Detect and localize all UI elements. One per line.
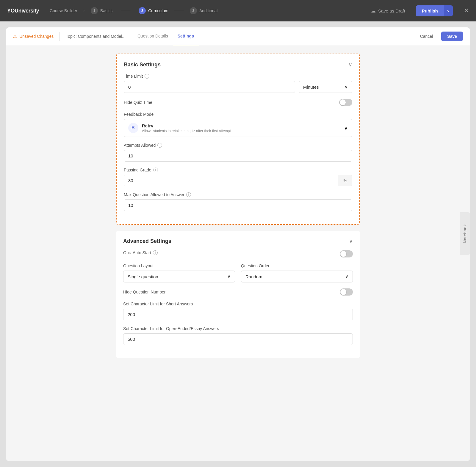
step1-number: 1 [91,7,98,14]
passing-grade-info-icon[interactable]: i [153,168,158,172]
question-order-select[interactable]: Random ∨ [241,271,353,282]
order-chevron-icon: ∨ [345,274,348,279]
toggle-knob [340,99,346,105]
cancel-button[interactable]: Cancel [415,32,438,41]
settings-container: Basic Settings ∨ Time Limit i Minutes [116,54,360,364]
passing-grade-input[interactable] [124,175,339,186]
step1-label: Basics [100,8,112,13]
char-limit-short-input[interactable] [123,309,353,320]
feedback-info: Retry Allows students to retake the quiz… [142,123,231,133]
feedback-mode-dropdown[interactable]: 👁 Retry Allows students to retake the qu… [124,119,352,137]
tab-settings-label: Settings [178,34,194,38]
notebook-tab[interactable]: Notebook [460,212,470,255]
char-limit-essay-label: Set Character Limit for Open-Ended/Essay… [123,326,353,331]
advanced-settings-title: Advanced Settings [123,238,171,244]
max-question-group: Max Question Allowed to Answer i [124,192,352,211]
basic-settings-chevron-icon[interactable]: ∨ [348,61,352,68]
question-layout-select[interactable]: Single question ∨ [123,271,235,282]
feedback-dropdown-left: 👁 Retry Allows students to retake the qu… [128,123,231,133]
question-layout-order-row: Question Layout Single question ∨ Questi… [123,263,353,288]
time-limit-group: Time Limit i Minutes ∨ [124,74,352,93]
question-order-label: Question Order [241,263,353,268]
attempts-allowed-label: Attempts Allowed i [124,143,352,148]
nav-step-curriculum[interactable]: 2 Curriculum [139,7,168,14]
char-limit-essay-input[interactable] [123,333,353,345]
question-layout-group: Question Layout Single question ∨ [123,263,235,282]
eye-icon: 👁 [128,123,138,133]
save-draft-button[interactable]: ☁ Save as Draft [366,6,410,16]
feedback-mode-title: Retry [142,123,231,128]
char-limit-essay-group: Set Character Limit for Open-Ended/Essay… [123,326,353,345]
advanced-settings-header: Advanced Settings ∨ [123,238,353,244]
publish-chevron-button[interactable]: ∨ [444,5,453,16]
max-question-info-icon[interactable]: i [186,192,191,197]
basic-settings-title: Basic Settings [124,62,161,68]
advanced-settings-section: Advanced Settings ∨ Quiz Auto Start i [116,231,360,358]
toggle-knob-2 [340,251,346,257]
time-limit-info-icon[interactable]: i [145,74,149,79]
feedback-mode-label: Feedback Mode [124,112,352,117]
toggle-knob-3 [340,289,346,295]
passing-grade-label: Passing Grade i [124,168,352,172]
editor-panel: ⚠ Unsaved Changes Topic: Components and … [6,27,470,461]
save-label: Save [447,34,457,39]
hide-question-number-row: Hide Question Number [123,288,353,296]
time-unit-value: Minutes [303,85,319,90]
hide-quiz-time-toggle[interactable] [339,99,352,106]
max-question-label: Max Question Allowed to Answer i [124,192,352,197]
unsaved-badge: ⚠ Unsaved Changes [13,34,54,39]
logo: YOUniversity [7,8,39,14]
publish-group: Publish ∨ [416,5,453,16]
passing-grade-suffix: % [339,175,352,186]
feedback-chevron-icon: ∨ [344,125,348,131]
tab-question-details[interactable]: Question Details [133,27,173,45]
question-layout-label: Question Layout [123,263,235,268]
publish-button[interactable]: Publish [416,5,444,16]
cancel-label: Cancel [420,34,433,39]
save-button[interactable]: Save [441,32,463,41]
publish-label: Publish [422,8,438,13]
quiz-auto-start-toggle[interactable] [340,250,353,257]
header-right: Cancel Save [199,32,463,41]
close-button[interactable]: ✕ [464,7,469,15]
passing-grade-input-group: % [124,175,352,186]
time-unit-select[interactable]: Minutes ∨ [299,81,352,93]
quiz-auto-start-label: Quiz Auto Start i [123,250,158,255]
attempts-allowed-group: Attempts Allowed i [124,143,352,162]
nav-step-additional[interactable]: 3 Additional [190,7,218,14]
hide-question-number-label: Hide Question Number [123,290,165,294]
tab-settings[interactable]: Settings [173,27,199,45]
logo-you: YOU [7,8,18,14]
step2-label: Curriculum [148,8,168,13]
hide-question-number-toggle[interactable] [340,288,353,296]
header-divider [60,32,60,41]
time-limit-input-row: Minutes ∨ [124,81,352,93]
top-navigation: YOUniversity Course Builder › 1 Basics —… [0,0,476,21]
step3-number: 3 [190,7,197,14]
chevron-down-icon: ∨ [447,9,450,13]
save-draft-label: Save as Draft [378,8,405,13]
quiz-auto-start-info-icon[interactable]: i [153,250,158,255]
nav-divider-2: —— [174,8,184,13]
time-limit-label: Time Limit i [124,74,352,79]
unsaved-label: Unsaved Changes [19,34,54,39]
passing-grade-group: Passing Grade i % [124,168,352,186]
nav-divider-1: —— [121,8,130,13]
course-builder-label: Course Builder [50,8,77,13]
editor-header: ⚠ Unsaved Changes Topic: Components and … [6,27,470,45]
advanced-settings-chevron-icon[interactable]: ∨ [349,238,353,244]
max-question-input[interactable] [124,199,352,211]
hide-quiz-time-label: Hide Quiz Time [124,100,152,105]
layout-chevron-icon: ∨ [227,274,231,279]
main-area: ⚠ Unsaved Changes Topic: Components and … [0,21,476,467]
basic-settings-header: Basic Settings ∨ [124,61,352,68]
attempts-info-icon[interactable]: i [157,143,162,148]
feedback-mode-group: Feedback Mode 👁 Retry Allows students to… [124,112,352,137]
nav-arrow: › [83,8,85,13]
nav-step-basics[interactable]: 1 Basics [91,7,112,14]
hide-quiz-time-row: Hide Quiz Time [124,99,352,106]
time-limit-input[interactable] [124,81,295,93]
question-layout-value: Single question [128,274,158,279]
attempts-allowed-input[interactable] [124,150,352,162]
basic-settings-section: Basic Settings ∨ Time Limit i Minutes [116,54,360,225]
